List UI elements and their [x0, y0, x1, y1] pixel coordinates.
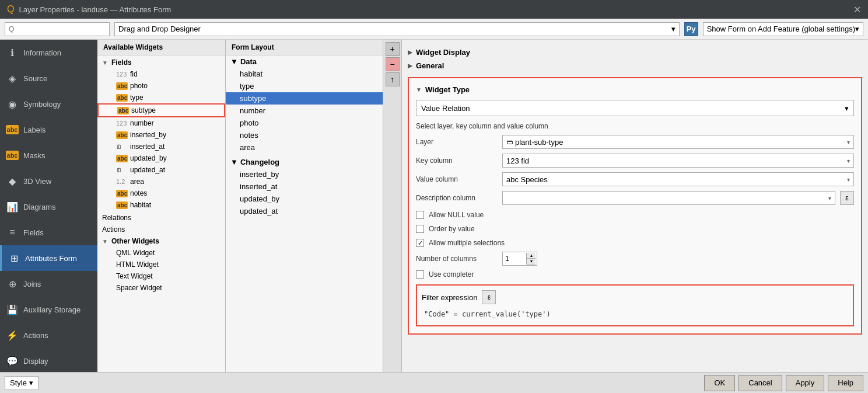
move-up-button[interactable]: ↑: [386, 72, 400, 86]
general-section[interactable]: ▶ General: [408, 59, 862, 72]
field-updated-at[interactable]: 🗓 updated_at: [97, 164, 225, 176]
top-toolbar: Drag and Drop Designer ▾ Py Show Form on…: [0, 19, 868, 40]
other-widgets-expand[interactable]: ▼ Other Widgets: [97, 235, 225, 247]
layer-dropdown[interactable]: 🗃 plant-sub-type ▾: [502, 135, 854, 149]
allow-multiple-label: Allow multiple selections: [429, 239, 505, 247]
fl-photo[interactable]: photo: [226, 117, 383, 129]
fl-updated-at[interactable]: updated_at: [226, 205, 383, 217]
actions-item[interactable]: Actions: [97, 224, 225, 235]
sidebar-item-labels[interactable]: abc Labels: [0, 117, 97, 142]
relations-item[interactable]: Relations: [97, 212, 225, 224]
sidebar-item-symbology[interactable]: ◉ Symbology: [0, 91, 97, 117]
sidebar-item-actions[interactable]: ⚡ Actions: [0, 322, 97, 348]
sidebar-item-fields[interactable]: ≡ Fields: [0, 220, 97, 245]
allow-null-checkbox[interactable]: [416, 211, 424, 219]
html-widget[interactable]: HTML Widget: [97, 259, 225, 270]
search-input[interactable]: [5, 22, 110, 36]
allow-multiple-checkbox[interactable]: ✓: [416, 239, 424, 247]
field-habitat[interactable]: abc habitat: [97, 199, 225, 211]
field-inserted-by[interactable]: abc inserted_by: [97, 129, 225, 141]
filter-expression-value: "Code" = current_value('type'): [422, 308, 848, 321]
widget-type-dropdown[interactable]: Value Relation ▾: [416, 100, 854, 116]
notes-type-icon: abc: [116, 190, 128, 197]
use-completer-checkbox[interactable]: [416, 270, 424, 279]
fl-area[interactable]: area: [226, 141, 383, 154]
fl-number[interactable]: number: [226, 105, 383, 117]
field-updated-by[interactable]: abc updated_by: [97, 152, 225, 164]
fl-type[interactable]: type: [226, 80, 383, 92]
value-column-dropdown[interactable]: abc Species ▾: [502, 172, 854, 186]
allow-multiple-row: ✓ Allow multiple selections: [416, 238, 854, 248]
updated-by-type-icon: abc: [116, 155, 128, 162]
style-button[interactable]: Style ▾: [5, 376, 38, 390]
sidebar-item-masks[interactable]: abc Masks: [0, 142, 97, 168]
description-column-row: Description column ▾ ε: [416, 191, 854, 205]
num-columns-spinbox[interactable]: ▴ ▾: [502, 252, 537, 266]
sidebar-item-joins[interactable]: ⊕ Joins: [0, 271, 97, 297]
type-type-icon: abc: [116, 94, 128, 102]
apply-button[interactable]: Apply: [786, 375, 825, 391]
widget-display-section[interactable]: ▶ Widget Display: [408, 46, 862, 59]
description-expr-button[interactable]: ε: [840, 191, 854, 205]
text-widget[interactable]: Text Widget: [97, 270, 225, 282]
fl-inserted-at[interactable]: inserted_at: [226, 180, 383, 193]
field-notes[interactable]: abc notes: [97, 187, 225, 199]
order-by-value-label: Order by value: [429, 225, 475, 233]
python-button[interactable]: Py: [684, 22, 698, 36]
order-by-value-checkbox[interactable]: [416, 225, 424, 233]
fl-inserted-by[interactable]: inserted_by: [226, 168, 383, 180]
spacer-widget[interactable]: Spacer Widget: [97, 282, 225, 294]
num-columns-input[interactable]: [503, 253, 526, 264]
add-item-button[interactable]: +: [386, 42, 400, 56]
diagrams-icon: 📊: [6, 200, 19, 213]
show-form-dropdown-arrow: ▾: [855, 25, 859, 33]
spinbox-down-arrow[interactable]: ▾: [527, 259, 536, 265]
help-button[interactable]: Help: [828, 375, 863, 391]
sidebar-item-3dview[interactable]: ◆ 3D View: [0, 168, 97, 194]
qml-widget[interactable]: QML Widget: [97, 247, 225, 259]
fl-habitat[interactable]: habitat: [226, 68, 383, 80]
attributes-form-icon: ⊞: [8, 252, 20, 265]
sidebar-item-attributes-form[interactable]: ⊞ Attributes Form: [0, 245, 97, 271]
fl-notes[interactable]: notes: [226, 129, 383, 141]
field-type[interactable]: abc type: [97, 92, 225, 103]
field-fid[interactable]: 123 fid: [97, 68, 225, 80]
fields-expand-arrow: ▼: [102, 60, 109, 66]
spinbox-up-arrow[interactable]: ▴: [527, 253, 536, 259]
description-column-dropdown[interactable]: ▾: [502, 191, 835, 205]
relations-label: Relations: [102, 214, 131, 222]
display-icon: 💬: [6, 354, 19, 367]
sidebar-item-diagrams[interactable]: 📊 Diagrams: [0, 194, 97, 220]
filter-expr-button[interactable]: ε: [482, 290, 496, 304]
field-area[interactable]: 1.2 area: [97, 176, 225, 187]
cancel-button[interactable]: Cancel: [738, 375, 782, 391]
changelog-section-expand[interactable]: ▼ Changelog: [226, 156, 383, 168]
subtype-type-icon: abc: [117, 107, 129, 114]
allow-null-label: Allow NULL value: [429, 211, 484, 219]
field-subtype[interactable]: abc subtype: [97, 103, 225, 117]
show-form-dropdown[interactable]: Show Form on Add Feature (global setting…: [703, 22, 863, 36]
fields-expand[interactable]: ▼ Fields: [97, 57, 225, 68]
ok-button[interactable]: OK: [704, 375, 735, 391]
field-number[interactable]: 123 number: [97, 117, 225, 129]
fl-updated-by[interactable]: updated_by: [226, 193, 383, 205]
sidebar-label: 3D View: [23, 177, 51, 186]
data-section-expand[interactable]: ▼ Data: [226, 55, 383, 68]
close-button[interactable]: ✕: [853, 4, 861, 15]
style-dropdown-arrow: ▾: [29, 378, 33, 387]
designer-dropdown[interactable]: Drag and Drop Designer ▾: [114, 22, 680, 36]
main-layout: ℹ Information ◈ Source ◉ Symbology abc L…: [0, 40, 868, 372]
key-column-row: Key column 123 fid ▾: [416, 154, 854, 168]
sidebar-item-display[interactable]: 💬 Display: [0, 348, 97, 372]
fl-subtype[interactable]: subtype: [226, 92, 383, 105]
sidebar-item-auxiliary-storage[interactable]: 💾 Auxiliary Storage: [0, 297, 97, 322]
order-by-value-row: Order by value: [416, 224, 854, 234]
designer-dropdown-arrow: ▾: [671, 25, 676, 33]
key-column-dropdown[interactable]: 123 fid ▾: [502, 154, 854, 168]
remove-item-button[interactable]: −: [386, 57, 400, 71]
sidebar-item-source[interactable]: ◈ Source: [0, 65, 97, 91]
widget-type-arrow: ▼: [416, 86, 422, 93]
sidebar-item-information[interactable]: ℹ Information: [0, 40, 97, 65]
field-inserted-at[interactable]: 🗓 inserted_at: [97, 141, 225, 152]
field-photo[interactable]: abc photo: [97, 80, 225, 92]
